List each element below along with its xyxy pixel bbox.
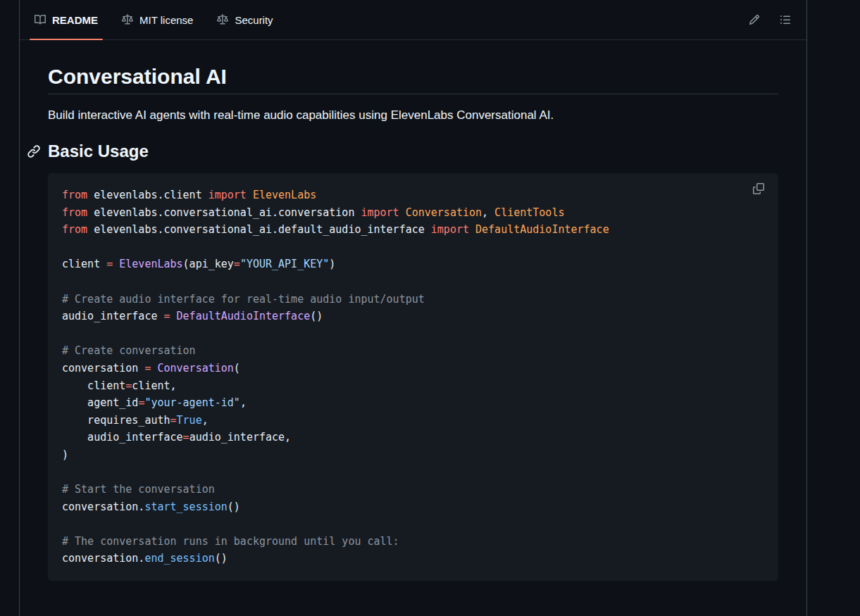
code-token: , [482,206,494,219]
code-token: = [164,310,170,322]
code-token: = [234,258,240,270]
outline-button[interactable] [780,14,791,25]
code-token: ElevenLabs [119,258,182,270]
code-line: audio_interface=audio_interface, [62,429,764,446]
code-token: import [208,189,247,201]
code-token: # Start the conversation [62,483,215,496]
code-line [62,515,764,533]
code-token: client, [132,379,176,392]
code-line: # Start the conversation [62,481,764,498]
law-icon [217,14,228,25]
code-token: () [310,310,323,322]
code-token: from [62,206,87,219]
code-line: # Create audio interface for real-time a… [62,291,764,308]
code-token: audio_interface, [189,431,292,444]
code-token: elevenlabs.conversational_ai.conversatio… [87,206,361,219]
tab-mit-license-label: MIT license [139,15,193,25]
code-token: ElevenLabs [253,189,316,201]
pencil-icon [749,14,760,25]
code-token [399,206,406,219]
code-line [62,325,764,343]
code-token [113,258,119,270]
code-line [62,273,764,291]
tab-security-label: Security [235,15,273,25]
code-line: from elevenlabs.client import ElevenLabs [62,187,764,204]
code-token: elevenlabs.conversational_ai.default_aud… [87,223,431,236]
code-token: () [228,501,240,513]
code-token [170,310,177,322]
readme-content: Conversational AI Build interactive AI a… [20,40,806,581]
code-token: client [62,258,106,270]
section-heading-basic-usage: Basic Usage [48,141,778,162]
section-heading-label: Basic Usage [48,142,149,161]
code-line: conversation.start_session() [62,498,764,516]
code-token: ) [62,448,68,461]
code-token: client [62,379,125,392]
code-token: = [125,379,132,392]
code-token: # The conversation runs in background un… [62,535,399,548]
code-token: audio_interface [62,431,183,444]
code-token: , [202,414,208,427]
code-token: DefaultAudioInterface [475,223,609,236]
code-token: () [215,552,228,565]
code-token: conversation [62,362,144,375]
code-token [469,223,475,236]
code-line: from elevenlabs.conversational_ai.defaul… [62,221,764,239]
tab-security[interactable]: Security [208,0,281,39]
code-token: = [183,431,189,444]
code-line: client=client, [62,377,764,395]
intro-paragraph: Build interactive AI agents with real-ti… [48,107,778,124]
code-token: end_session [144,552,214,565]
code-line: conversation = Conversation( [62,360,764,377]
copy-icon [753,183,764,194]
code-token: = [170,414,177,427]
code-line: requires_auth=True, [62,412,764,429]
anchor-link-icon[interactable] [27,144,41,158]
code-line: # The conversation runs in background un… [62,533,764,551]
page-title: Conversational AI [48,63,778,94]
code-token: import [431,223,469,236]
code-line: ) [62,446,764,464]
code-token: , [240,396,247,409]
code-line: # Create conversation [62,342,764,360]
tabbar-actions [749,14,791,25]
code-token: requires_auth [62,414,170,427]
code-token: conversation. [62,552,144,565]
code-token: elevenlabs.client [87,189,208,201]
code-line: conversation.end_session() [62,550,764,567]
tab-mit-license[interactable]: MIT license [113,0,201,39]
file-tabbar: README MIT license Security [20,0,806,40]
code-line: audio_interface = DefaultAudioInterface(… [62,308,764,325]
code-token: conversation. [62,501,144,513]
edit-readme-button[interactable] [749,14,760,25]
tab-readme[interactable]: README [26,0,106,39]
code-token: # Create audio interface for real-time a… [62,293,425,306]
code-line: client = ElevenLabs(api_key="YOUR_API_KE… [62,256,764,273]
code-token: ) [329,258,335,270]
code-token: (api_key [183,258,234,270]
code-token: from [62,223,87,236]
code-token: "YOUR_API_KEY" [240,258,329,270]
code-line [62,464,764,482]
code-token: True [177,414,202,427]
code-token: import [361,206,399,219]
code-token: agent_id [62,396,138,409]
code-token: Conversation [406,206,482,219]
code-line: from elevenlabs.conversational_ai.conver… [62,204,764,222]
code-token: "your-agent-id" [144,396,239,409]
code-token: start_session [144,501,227,513]
code-token: # Create conversation [62,344,196,357]
code-token: = [106,258,113,270]
code-token: ( [234,362,240,375]
code-line: agent_id="your-agent-id", [62,394,764,412]
law-icon [122,14,133,25]
code-token: DefaultAudioInterface [177,310,311,322]
code-token: Conversation [157,362,233,375]
list-unordered-icon [780,14,791,25]
copy-code-button[interactable] [753,183,764,194]
code-token: ClientTools [494,206,564,219]
code-token: from [62,189,87,201]
code-token [247,189,253,201]
tab-readme-label: README [52,15,98,25]
code-line [62,239,764,256]
